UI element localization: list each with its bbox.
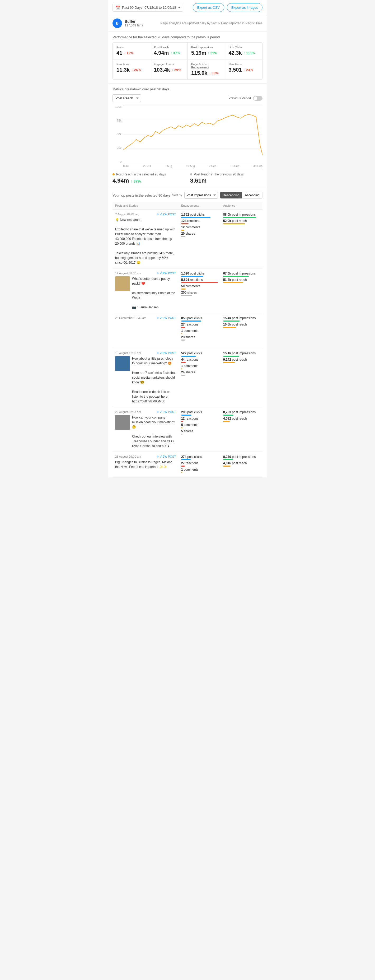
engagement-bar <box>181 282 218 283</box>
date-range-picker[interactable]: 📅 Past 90 Days 07/12/18 to 10/09/18 ▾ <box>113 4 183 12</box>
chart-y-axis: 100k 75k 50k 25k 0 <box>113 105 123 163</box>
post-text-block: 💡 New research!Excited to share that we'… <box>115 218 176 265</box>
engagement-bar <box>181 327 185 328</box>
engagement-number: 296 <box>181 410 186 414</box>
engagement-bar <box>181 217 210 218</box>
previous-period-toggle[interactable] <box>253 96 262 101</box>
engagement-row: 5,594 reactions <box>181 278 218 283</box>
engagement-bar <box>181 223 189 224</box>
post-cell: 28 September 10:30 am VIEW POST <box>113 313 178 348</box>
engagement-row: 1 comments <box>181 468 218 473</box>
profile-name: Buffer <box>125 19 143 24</box>
engagement-bar <box>181 236 185 237</box>
audience-bar <box>223 320 240 321</box>
metric-change: ↑ 111% <box>243 51 255 55</box>
audience-label: post reach <box>232 461 247 465</box>
engagement-label: comments <box>186 284 200 288</box>
audience-bar <box>223 415 234 415</box>
engagement-label: reactions <box>190 278 203 282</box>
table-row: 28 September 10:30 am VIEW POST 853 post… <box>113 313 262 348</box>
engagement-number: 1 <box>181 364 183 368</box>
metric-change: ↑ 29% <box>208 51 217 55</box>
engagement-bar <box>181 434 183 434</box>
audience-row: 4,082 post reach <box>223 417 260 422</box>
post-content-wrapper: How can your company mission boost your … <box>115 415 176 449</box>
audience-cell: 15.1k post impressions 9,142 post reach <box>221 348 262 407</box>
engagement-number: 50 <box>181 284 184 288</box>
posts-table-body: 7 August 09:02 am VIEW POST 💡 New resear… <box>113 210 262 477</box>
audience-row: 15.4k post impressions <box>223 316 260 321</box>
view-post-link[interactable]: VIEW POST <box>156 272 176 275</box>
audience-cell: 8,783 post impressions 4,082 post reach <box>221 407 262 452</box>
audience-row: 15.1k post impressions <box>223 352 260 357</box>
sort-ascending-button[interactable]: Ascending <box>242 192 262 199</box>
post-cell: 15 August 12:09 am VIEW POST How about a… <box>113 348 178 407</box>
engagements-cell: 274 post clicks 27 reactions 1 comments <box>178 452 221 477</box>
metric-value: 5.19m ↑ 29% <box>191 50 221 56</box>
metric-number: 42.3k <box>229 50 242 56</box>
engagement-row: 12 reactions <box>181 417 218 422</box>
sort-descending-button[interactable]: Descending <box>220 192 242 199</box>
svg-point-5 <box>157 455 159 458</box>
view-post-link[interactable]: VIEW POST <box>156 352 176 355</box>
table-row: 28 August 09:00 am VIEW POST Big Changes… <box>113 452 262 477</box>
audience-cell: 8,239 post impressions 4,816 post reach <box>221 452 262 477</box>
post-cell: 7 August 09:02 am VIEW POST 💡 New resear… <box>113 210 178 269</box>
posts-title: Your top posts in the selected 90 days <box>113 193 170 197</box>
export-csv-button[interactable]: Export as CSV <box>193 3 224 12</box>
audience-row: 4,816 post reach <box>223 461 260 467</box>
engagement-label: post clicks <box>187 410 202 414</box>
engagement-label: shares <box>187 291 197 294</box>
post-date: 28 August 09:00 am VIEW POST <box>115 455 176 458</box>
chevron-down-icon: ▾ <box>178 6 180 10</box>
post-text-block <box>115 321 176 345</box>
engagement-number: 5,594 <box>181 278 189 282</box>
metric-cell: Engaged Users 103.4k ↓ 29% <box>150 59 188 79</box>
engagement-row: 20 shares <box>181 232 218 237</box>
audience-label: post impressions <box>232 352 256 355</box>
audience-label: post reach <box>232 358 247 361</box>
post-text-block: What's better than a puppy pack?!❤️#buff… <box>132 276 176 310</box>
engagement-label: shares <box>186 335 195 339</box>
chart-metric-dropdown[interactable]: Post Reach <box>113 94 141 102</box>
engagement-row: 853 post clicks <box>181 316 218 321</box>
view-post-link[interactable]: VIEW POST <box>156 455 176 458</box>
post-content-wrapper: What's better than a puppy pack?!❤️#buff… <box>115 276 176 310</box>
sort-dropdown[interactable]: Post Impressions <box>184 192 218 199</box>
post-text: 💡 New research!Excited to share that we'… <box>115 218 176 265</box>
update-note: Page analytics are updated daily by 5am … <box>160 21 262 25</box>
engagement-number: 5 <box>181 423 183 427</box>
engagement-bar <box>181 368 182 369</box>
chart-controls: Post Reach Previous Period <box>113 94 262 102</box>
current-stat-value: 4.94m ↑ 37% <box>113 177 185 184</box>
engagement-row: 5 comments <box>181 423 218 428</box>
post-image <box>115 276 130 291</box>
view-post-link[interactable]: VIEW POST <box>156 316 176 320</box>
chart-current-stat: Post Reach in the selected 90 days 4.94m… <box>113 173 185 184</box>
audience-row: 8,783 post impressions <box>223 410 260 415</box>
engagement-bar <box>181 427 183 428</box>
chart-title: Metrics breakdown over past 90 days <box>113 87 262 91</box>
view-post-link[interactable]: VIEW POST <box>156 213 176 216</box>
metric-number: 41 <box>116 50 122 56</box>
view-post-link[interactable]: VIEW POST <box>156 410 176 414</box>
chart-area <box>123 105 262 163</box>
audience-bar <box>223 356 239 357</box>
chart-previous-stat: Post Reach in the previous 90 days 3.61m <box>190 173 262 184</box>
chart-line-svg <box>123 105 262 163</box>
engagement-label: comments <box>184 423 198 427</box>
engagement-bar <box>181 466 185 467</box>
engagement-row: 44 reactions <box>181 358 218 363</box>
col-engagements: Engagements <box>178 202 221 210</box>
col-audience: Audience <box>221 202 262 210</box>
metric-cell: Link Clicks 42.3k ↑ 111% <box>225 43 262 59</box>
metric-value: 115.0k ↓ 36% <box>191 70 221 76</box>
export-images-button[interactable]: Export as Images <box>227 3 262 12</box>
engagements-cell: 522 post clicks 44 reactions 1 comments … <box>178 348 221 407</box>
engagements-cell: 1,352 post clicks 124 reactions 12 comme… <box>178 210 221 269</box>
metrics-grid: Posts 41 ↓ 12% Post Reach 4.94m ↑ 37% Po… <box>113 42 262 80</box>
engagement-number: 20 <box>181 232 184 235</box>
engagement-bar <box>181 421 183 422</box>
posts-header: Your top posts in the selected 90 days S… <box>113 192 262 199</box>
post-cell: 22 August 07:57 am VIEW POST How can you… <box>113 407 178 452</box>
